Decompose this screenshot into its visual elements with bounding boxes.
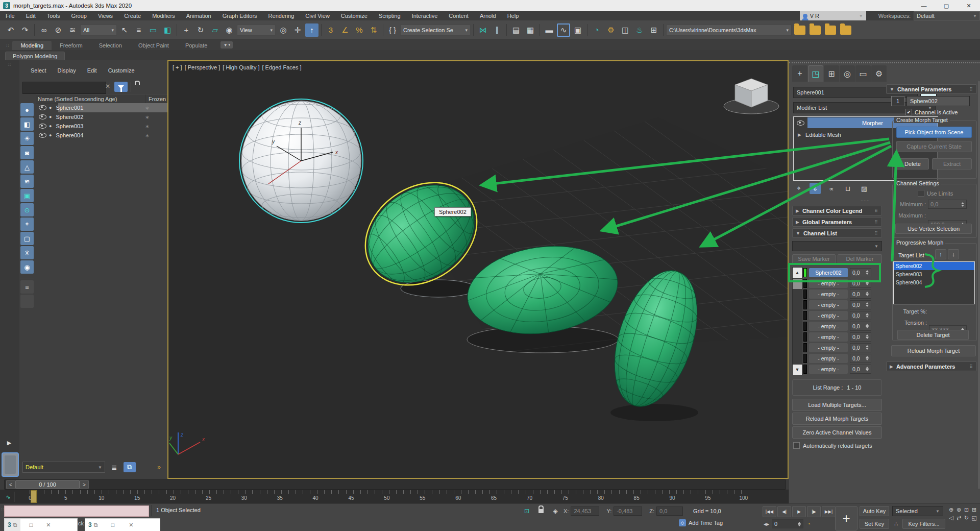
selected-object-swatch[interactable] [2,452,19,477]
display-shapes-icon[interactable]: ◧ [20,117,34,131]
drag-handle[interactable]: ⁞⁞ [7,63,12,66]
menu-item[interactable]: Views [92,13,118,19]
channel-button[interactable]: - empty - [809,300,848,309]
close-button[interactable]: ✕ [958,0,980,11]
viewport-menu-pov[interactable]: [ Perspective ] [185,64,220,70]
add-time-tag[interactable]: ◇ Add Time Tag [679,519,723,526]
display-lights-icon[interactable]: ☀ [20,132,34,145]
channel-value-spinner[interactable]: 0,0 [850,322,871,331]
maximize-icon[interactable]: □ [111,522,115,528]
named-selection-select[interactable]: Create Selection Se [400,25,471,36]
pin-stack-icon[interactable]: ⌖ [793,183,804,194]
channel-value-spinner[interactable]: 0,0 [850,289,871,299]
ribbon-tab[interactable]: Object Paint [130,41,177,50]
ribbon-tab[interactable]: Populate [177,41,215,50]
explorer-menu-item[interactable]: Customize [108,67,135,74]
next-frame-button[interactable]: |▶ [807,506,821,517]
pan-icon[interactable]: ⇄ [955,514,963,522]
bind-to-space-warp-icon[interactable]: ≋ [66,23,79,37]
select-by-name-icon[interactable]: ≡ [132,23,145,37]
render-production-icon[interactable]: ♨ [633,23,646,37]
render-flyout-icon[interactable]: ⊞ [647,23,660,37]
menu-item[interactable]: Scripting [373,13,406,19]
ribbon-display-dropdown[interactable]: ▼▾ [220,41,233,49]
schematic-view-icon[interactable]: ▣ [571,23,584,37]
rollout-advanced-parameters[interactable]: ▶Advanced Parameters⠿ [886,361,977,371]
scroll-up-icon[interactable]: ▲ [793,268,802,278]
channel-value-spinner[interactable]: 0,0 [850,311,871,320]
previous-frame-arrow[interactable]: < [6,480,15,489]
channel-button[interactable]: - empty - [809,311,848,320]
save-marker-button[interactable]: Save Marker [792,254,836,263]
display-xrefs-icon[interactable]: ⊙ [20,203,34,216]
toggle-scene-explorer-icon[interactable]: ▤ [509,23,523,37]
absolute-offset-icon[interactable]: ◈ [549,506,561,516]
rollout-global-parameters[interactable]: ▶Global Parameters⠿ [792,217,882,227]
del-marker-button[interactable]: Del Marker [838,254,882,263]
user-account-dropdown[interactable]: V R▼ [800,11,866,20]
channel-value-spinner[interactable]: 0,0 [850,354,871,363]
menu-item[interactable]: File [0,13,20,19]
channel-button[interactable]: - empty - [809,365,848,374]
viewport-menu-shading[interactable]: [ Edged Faces ] [262,64,302,70]
morph-channel-row[interactable]: - empty - 0,0 [803,353,880,364]
time-slider[interactable]: < 0 / 100 > [0,479,789,490]
use-vertex-selection-button[interactable]: Use Vertex Selection [895,224,972,234]
separator[interactable] [540,24,540,36]
channel-button[interactable]: - empty - [809,279,848,288]
separator[interactable] [663,24,664,36]
display-space-warps-icon[interactable]: ≋ [20,175,34,188]
fov-icon[interactable]: ◁ [947,514,955,522]
ribbon-tab[interactable]: Freeform [52,41,91,50]
key-mode-clock-icon[interactable]: ◔ [805,520,813,528]
zoom-extents-icon[interactable]: ⊡ [963,505,970,514]
percent-snap-icon[interactable]: % [353,23,366,37]
morph-channel-row[interactable]: - empty - 0,0 [803,342,880,353]
minimize-button[interactable]: — [913,0,935,11]
Sphere003[interactable]: ● Sphere003 ∗ [36,122,167,131]
load-multiple-targets-button[interactable]: Load Multiple Targets... [792,399,882,411]
minimum-spinner[interactable]: 0,0 [928,200,967,209]
select-and-link-icon[interactable]: ∞ [37,23,51,37]
layer-select[interactable]: Default▼ [22,462,105,473]
morph-channel-row[interactable]: - empty - 0,0 [803,321,880,331]
morph-channel-row[interactable]: - empty - 0,0 [803,310,880,321]
channel-button[interactable]: Sphere002 [809,268,848,277]
select-rotate-icon[interactable]: ↻ [194,23,207,37]
z-coordinate-field[interactable]: 0,0 [656,506,683,516]
display-containers-icon[interactable]: ▢ [20,232,34,245]
explorer-menu-item[interactable]: Edit [87,67,97,74]
orbit-icon[interactable]: ↻ [963,514,970,522]
pick-mode-icon[interactable] [20,295,34,308]
channel-button[interactable]: - empty - [809,332,848,342]
menu-item[interactable]: Graph Editors [217,13,263,19]
close-icon[interactable]: ✕ [129,522,133,528]
channel-button[interactable]: - empty - [809,354,848,363]
zero-active-channel-values-button[interactable]: Zero Active Channel Values [792,426,882,439]
import-file-icon[interactable] [840,26,851,35]
menu-item[interactable]: Modifiers [146,13,181,19]
asset-tracking-icon[interactable] [794,26,805,35]
separator[interactable] [383,24,383,36]
object-name[interactable]: Sphere003 [56,123,145,129]
channel-button[interactable]: - empty - [809,322,848,331]
separator[interactable] [506,24,507,36]
filter-icon[interactable] [114,82,128,92]
pick-object-from-scene-button[interactable]: Pick Object from Scene [896,127,972,138]
menu-item[interactable]: Edit [20,13,41,19]
project-folder-select[interactable]: C:\Users\virinne\Documents\3dsMax [666,25,792,36]
tab-motion[interactable]: ◎ [840,65,855,82]
object-name[interactable]: Sphere002 [56,114,145,120]
scroll-thumb[interactable] [793,279,802,289]
strip-divider[interactable] [20,275,34,278]
toggle-layer-explorer-icon[interactable]: ▦ [524,23,537,37]
select-scale-icon[interactable]: ▱ [208,23,222,37]
remove-modifier-icon[interactable]: ⊔ [842,183,853,194]
separator[interactable] [321,24,322,36]
separator[interactable] [177,24,177,36]
scroll-down-icon[interactable]: ▼ [793,365,802,375]
frame-step-icons[interactable]: ◂▸ [763,520,770,528]
auto-reload-checkbox[interactable] [793,442,800,449]
perspective-viewport[interactable]: [ + ] [ Perspective ] [ High Quality ] [… [167,60,789,479]
morph-channel-row[interactable]: - empty - 0,0 [803,299,880,310]
